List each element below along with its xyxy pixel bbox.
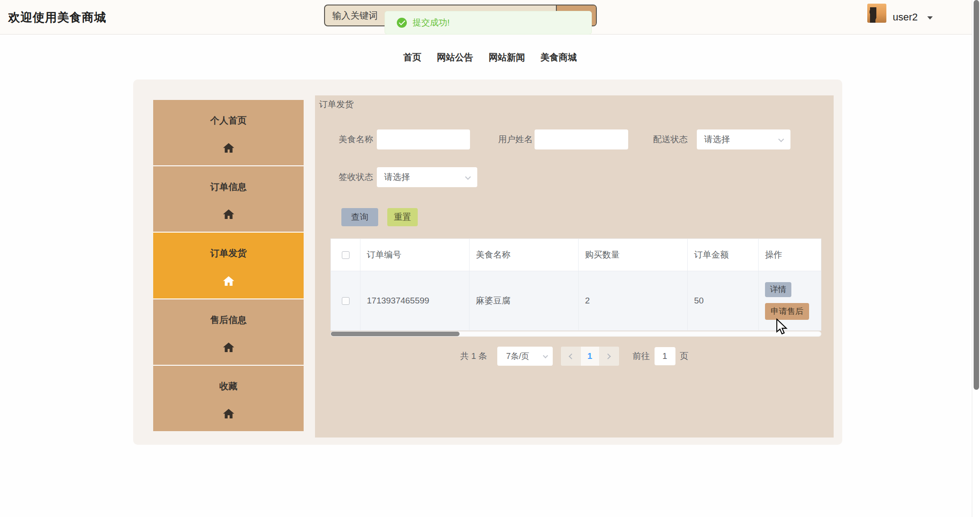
chevron-down-icon <box>465 174 471 180</box>
success-check-icon <box>397 18 407 28</box>
chevron-down-icon <box>543 353 548 358</box>
chevron-right-icon <box>605 353 611 359</box>
col-quantity: 购买数量 <box>579 239 688 271</box>
home-icon <box>222 208 235 221</box>
horizontal-scrollbar-thumb[interactable] <box>331 332 460 336</box>
success-toast: 提交成功! <box>385 11 592 35</box>
horizontal-scrollbar[interactable] <box>330 331 821 337</box>
page-title: 欢迎使用美食商城 <box>8 0 106 35</box>
pagination: 共 1 条 7条/页 1 前往 页 <box>315 346 834 366</box>
page-number-1[interactable]: 1 <box>581 347 599 366</box>
home-icon <box>222 142 235 154</box>
food-name-label: 美食名称 <box>339 129 373 149</box>
sidebar-item-personal-home[interactable]: 个人首页 <box>153 100 304 166</box>
page-unit-label: 页 <box>680 350 689 362</box>
cell-food-name: 麻婆豆腐 <box>470 271 579 331</box>
cell-quantity: 2 <box>579 271 688 331</box>
user-name-input[interactable] <box>535 129 628 149</box>
vertical-scrollbar-thumb[interactable] <box>974 0 979 390</box>
sidebar-item-favorites[interactable]: 收藏 <box>153 366 304 431</box>
page: 欢迎使用美食商城 user2 提交成功! 首页 网站公告 网站新闻 美食商城 个… <box>0 0 980 517</box>
next-page-button[interactable] <box>599 347 619 366</box>
content-panel: 订单发货 美食名称 用户姓名 配送状态 请选择 签收状态 请选择 查询 重置 <box>315 95 834 437</box>
col-food-name: 美食名称 <box>470 239 579 271</box>
toast-message: 提交成功! <box>413 17 450 29</box>
home-icon <box>222 408 235 420</box>
main-card: 个人首页 订单信息 订单发货 售后信息 <box>133 80 842 445</box>
pagination-total: 共 1 条 <box>460 350 487 362</box>
sidebar-item-order-info[interactable]: 订单信息 <box>153 166 304 233</box>
cell-amount: 50 <box>688 271 759 331</box>
col-order-no: 订单编号 <box>360 239 470 271</box>
avatar[interactable] <box>867 4 886 23</box>
sidebar-item-after-sale[interactable]: 售后信息 <box>153 299 304 366</box>
sidebar-item-order-shipping[interactable]: 订单发货 <box>153 233 304 299</box>
delivery-status-label: 配送状态 <box>653 129 688 149</box>
page-size-select[interactable]: 7条/页 <box>497 347 553 366</box>
table-row: 1713937465599 麻婆豆腐 2 50 详情 申请售后 <box>330 271 821 331</box>
cell-order-no: 1713937465599 <box>360 271 470 331</box>
orders-table: 订单编号 美食名称 购买数量 订单金额 操作 1713937465599 麻婆豆… <box>330 239 821 331</box>
nav-item-news[interactable]: 网站新闻 <box>489 51 525 64</box>
chevron-down-icon[interactable] <box>927 16 933 20</box>
user-name-label: 用户姓名 <box>498 129 533 149</box>
table-header: 订单编号 美食名称 购买数量 订单金额 操作 <box>330 239 821 271</box>
food-name-input[interactable] <box>377 129 470 149</box>
goto-label: 前往 <box>633 350 650 362</box>
goto-page-input[interactable] <box>655 347 675 365</box>
vertical-scrollbar[interactable] <box>972 0 980 517</box>
chevron-left-icon <box>569 353 575 359</box>
prev-page-button[interactable] <box>561 347 581 366</box>
top-nav: 首页 网站公告 网站新闻 美食商城 <box>0 47 980 67</box>
nav-item-mall[interactable]: 美食商城 <box>540 51 577 64</box>
col-amount: 订单金额 <box>688 239 759 271</box>
sign-status-label: 签收状态 <box>339 167 373 187</box>
row-checkbox[interactable] <box>342 297 350 305</box>
delivery-status-select[interactable]: 请选择 <box>697 129 790 149</box>
nav-item-home[interactable]: 首页 <box>403 51 421 64</box>
nav-item-announcement[interactable]: 网站公告 <box>437 51 473 64</box>
apply-after-sale-button[interactable]: 申请售后 <box>765 303 809 320</box>
select-all-checkbox[interactable] <box>342 251 350 259</box>
home-icon <box>222 341 235 354</box>
query-button[interactable]: 查询 <box>341 208 378 226</box>
username[interactable]: user2 <box>893 0 918 35</box>
detail-button[interactable]: 详情 <box>765 282 791 297</box>
home-icon <box>222 275 235 288</box>
reset-button[interactable]: 重置 <box>387 208 418 226</box>
col-actions: 操作 <box>759 239 821 271</box>
sidebar: 个人首页 订单信息 订单发货 售后信息 <box>153 100 304 431</box>
sign-status-select[interactable]: 请选择 <box>377 167 477 187</box>
chevron-down-icon <box>778 136 784 142</box>
panel-title: 订单发货 <box>319 99 354 110</box>
